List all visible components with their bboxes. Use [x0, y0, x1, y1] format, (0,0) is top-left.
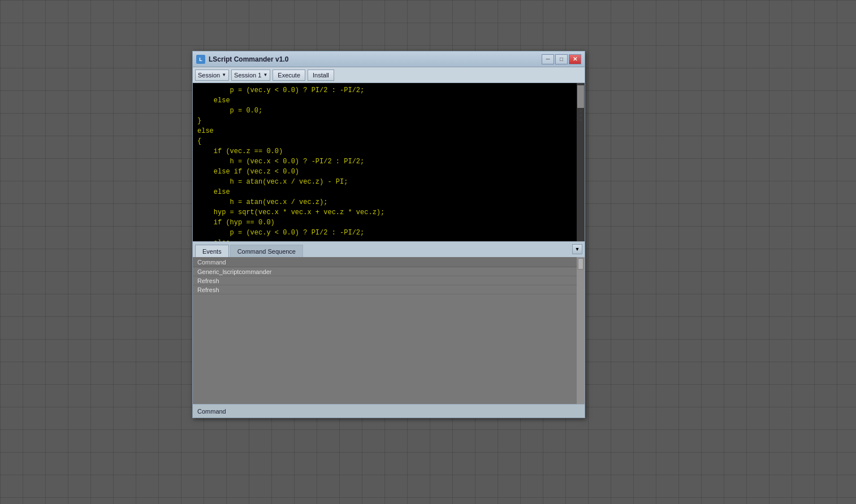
- code-content[interactable]: p = (vec.y < 0.0) ? PI/2 : -PI/2; else p…: [193, 83, 577, 241]
- session1-menu-arrow: ▼: [263, 72, 267, 77]
- command-label: Command: [197, 408, 226, 415]
- code-editor: p = (vec.y < 0.0) ? PI/2 : -PI/2; else p…: [193, 83, 585, 241]
- tab-command-sequence[interactable]: Command Sequence: [230, 245, 303, 257]
- install-button[interactable]: Install: [308, 69, 334, 81]
- events-scrollbar[interactable]: ···: [577, 257, 585, 404]
- session-menu-arrow: ▼: [222, 72, 226, 77]
- title-bar: L LScript Commander v1.0 ─ □ ✕: [193, 51, 585, 67]
- event-row-2: Refresh: [193, 285, 577, 294]
- main-window: L LScript Commander v1.0 ─ □ ✕ Session ▼…: [192, 51, 585, 418]
- events-scrollbar-thumb[interactable]: [578, 258, 583, 270]
- window-title: LScript Commander v1.0: [209, 55, 542, 63]
- app-icon: L: [196, 55, 205, 64]
- menu-bar: Session ▼ Session 1 ▼ Execute Install: [193, 67, 585, 83]
- code-scrollbar[interactable]: ···: [577, 83, 585, 241]
- execute-button[interactable]: Execute: [273, 69, 305, 81]
- close-button[interactable]: ✕: [569, 54, 581, 64]
- session1-menu[interactable]: Session 1 ▼: [231, 69, 270, 81]
- session-menu[interactable]: Session ▼: [195, 69, 229, 81]
- event-row-0: Generic_lscriptcommander: [193, 267, 577, 276]
- tab-events[interactable]: Events: [195, 245, 229, 257]
- events-panel: Command Generic_lscriptcommander Refresh…: [193, 257, 585, 404]
- events-empty-area: [193, 294, 577, 404]
- window-controls: ─ □ ✕: [542, 54, 581, 64]
- events-header: Command: [193, 257, 577, 267]
- events-content: Command Generic_lscriptcommander Refresh…: [193, 257, 577, 404]
- tabs-bar: Events Command Sequence ▼: [193, 241, 585, 257]
- scrollbar-dots: ···: [580, 109, 581, 123]
- scrollbar-thumb[interactable]: [577, 85, 584, 108]
- maximize-button[interactable]: □: [555, 54, 568, 64]
- bottom-bar: Command: [193, 404, 585, 418]
- minimize-button[interactable]: ─: [542, 54, 554, 64]
- tab-dropdown-button[interactable]: ▼: [572, 244, 582, 254]
- events-scrollbar-dots: ···: [580, 271, 581, 287]
- event-row-1: Refresh: [193, 276, 577, 285]
